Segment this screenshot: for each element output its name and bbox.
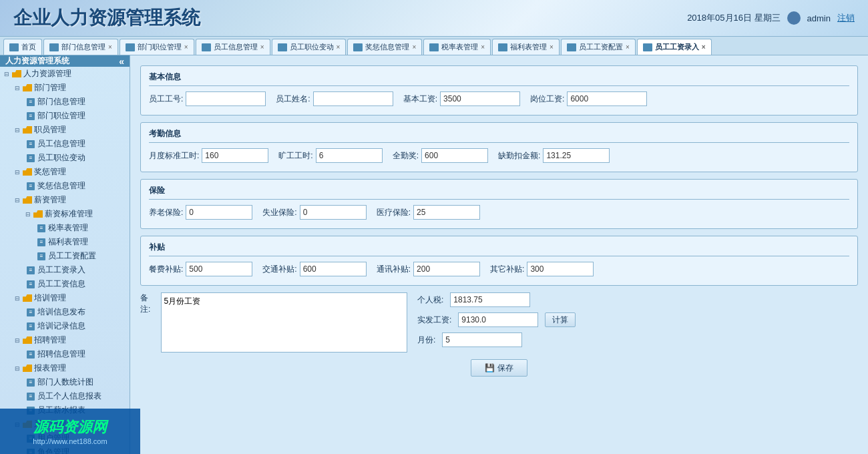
emp-id-input[interactable] bbox=[186, 91, 266, 106]
meal-label: 餐费补贴: bbox=[149, 264, 183, 275]
tree-root[interactable]: ⊟人力资源管理 bbox=[0, 67, 130, 81]
tree-node-薪资管理[interactable]: ⊟薪资管理 bbox=[5, 193, 130, 207]
comm-input[interactable] bbox=[413, 262, 480, 276]
tab-icon bbox=[278, 43, 287, 51]
tax-row: 个人税: bbox=[417, 292, 858, 307]
tree-leaf-招聘信息管理[interactable]: ≡招聘信息管理 bbox=[11, 347, 130, 361]
tree-leaf-员工工资录入[interactable]: ≡员工工资录入 bbox=[11, 263, 130, 277]
tab-员工工资配置[interactable]: 员工工资配置× bbox=[561, 39, 636, 55]
tree-node-职员管理[interactable]: ⊟职员管理 bbox=[5, 123, 130, 137]
logout-link[interactable]: 注销 bbox=[837, 12, 855, 24]
tree-node-奖惩管理[interactable]: ⊟奖惩管理 bbox=[5, 165, 130, 179]
tab-税率表管理[interactable]: 税率表管理× bbox=[423, 39, 491, 55]
full-attend-label: 全勤奖: bbox=[393, 150, 419, 162]
tree-label: 招聘管理 bbox=[34, 334, 66, 346]
pension-input[interactable] bbox=[186, 205, 252, 220]
subsidy-section: 补贴 餐费补贴: 交通补贴: 通讯补贴: 其它补贴: bbox=[140, 236, 858, 286]
tab-close[interactable]: × bbox=[108, 43, 112, 51]
tree-leaf-员工信息管理[interactable]: ≡员工信息管理 bbox=[11, 137, 130, 151]
meal-input[interactable] bbox=[186, 262, 252, 276]
transport-input[interactable] bbox=[300, 262, 367, 276]
tab-首页[interactable]: 首页 bbox=[3, 39, 42, 55]
absent-deduct-input[interactable] bbox=[543, 148, 610, 163]
tree-leaf-员工个人信息报表[interactable]: ≡员工个人信息报表 bbox=[11, 389, 130, 403]
calc-button[interactable]: 计算 bbox=[545, 312, 576, 327]
leaf-label: 员工职位变动 bbox=[37, 152, 85, 164]
tab-close[interactable]: × bbox=[481, 43, 485, 51]
tree-leaf-培训记录信息[interactable]: ≡培训记录信息 bbox=[11, 319, 130, 333]
transport-field: 交通补贴: bbox=[262, 262, 366, 276]
expand-icon: ⊟ bbox=[13, 168, 21, 176]
tab-员工职位变动[interactable]: 员工职位变动× bbox=[272, 39, 347, 55]
tab-福利表管理[interactable]: 福利表管理× bbox=[492, 39, 560, 55]
sidebar-title: 人力资源管理系统 bbox=[5, 55, 69, 67]
notes-textarea[interactable]: 5月份工资 bbox=[161, 292, 407, 353]
tree-node-招聘管理[interactable]: ⊟招聘管理 bbox=[5, 333, 130, 347]
unemployment-input[interactable] bbox=[300, 205, 367, 220]
medical-input[interactable] bbox=[413, 205, 480, 220]
emp-id-field: 员工工号: bbox=[149, 91, 266, 106]
tab-close[interactable]: × bbox=[337, 43, 341, 51]
tab-员工工资录入[interactable]: 员工工资录入× bbox=[637, 39, 712, 55]
expand-icon: ⊟ bbox=[13, 336, 21, 345]
leaf-label: 员工工资录入 bbox=[37, 264, 85, 276]
save-button[interactable]: 💾 保存 bbox=[471, 359, 527, 377]
tab-icon bbox=[49, 43, 59, 51]
tax-input[interactable] bbox=[450, 292, 530, 307]
tree-node-薪资标准管理[interactable]: ⊟薪资标准管理 bbox=[11, 207, 130, 221]
tree-leaf-税率表管理[interactable]: ≡税率表管理 bbox=[16, 221, 130, 235]
leaf-icon: ≡ bbox=[27, 266, 35, 274]
tab-奖惩信息管理[interactable]: 奖惩信息管理× bbox=[347, 39, 422, 55]
tree-label: 薪资管理 bbox=[34, 194, 66, 206]
base-salary-input[interactable] bbox=[440, 91, 520, 106]
tree-label: 培训管理 bbox=[34, 292, 66, 304]
sidebar-collapse[interactable]: « bbox=[119, 56, 124, 67]
tab-label: 部门信息管理 bbox=[61, 42, 105, 52]
absent-hours-input[interactable] bbox=[316, 148, 383, 163]
tab-close[interactable]: × bbox=[702, 43, 706, 51]
tab-部门信息管理[interactable]: 部门信息管理× bbox=[43, 39, 118, 55]
tree-leaf-部门职位管理[interactable]: ≡部门职位管理 bbox=[11, 109, 130, 123]
tree-leaf-福利表管理[interactable]: ≡福利表管理 bbox=[16, 235, 130, 249]
tree-node-培训管理[interactable]: ⊟培训管理 bbox=[5, 291, 130, 305]
comm-label: 通讯补贴: bbox=[377, 264, 411, 275]
leaf-label: 部门人数统计图 bbox=[37, 377, 93, 388]
tree-leaf-员工职位变动[interactable]: ≡员工职位变动 bbox=[11, 151, 130, 165]
tree-leaf-员工工资配置[interactable]: ≡员工工资配置 bbox=[16, 249, 130, 263]
tab-员工信息管理[interactable]: 员工信息管理× bbox=[196, 39, 270, 55]
tab-icon bbox=[202, 43, 211, 51]
net-salary-input[interactable] bbox=[458, 312, 538, 327]
tree-node-报表管理[interactable]: ⊟报表管理 bbox=[5, 361, 130, 375]
tree-leaf-部门人数统计图[interactable]: ≡部门人数统计图 bbox=[11, 375, 130, 389]
other-field: 其它补贴: bbox=[490, 262, 594, 276]
full-attend-input[interactable] bbox=[421, 148, 488, 163]
pension-field: 养老保险: bbox=[149, 205, 252, 220]
leaf-icon: ≡ bbox=[27, 112, 35, 120]
tab-icon bbox=[353, 43, 363, 51]
tab-close[interactable]: × bbox=[412, 43, 416, 51]
month-input[interactable] bbox=[442, 332, 522, 347]
folder-icon bbox=[23, 294, 32, 302]
insurance-section: 保险 养老保险: 失业保险: 医疗保险: bbox=[140, 179, 858, 229]
tab-部门职位管理[interactable]: 部门职位管理× bbox=[120, 39, 194, 55]
tab-close[interactable]: × bbox=[626, 43, 630, 51]
post-salary-input[interactable] bbox=[567, 91, 647, 106]
save-label: 保存 bbox=[497, 363, 513, 374]
other-input[interactable] bbox=[527, 262, 594, 276]
tabbar: 首页部门信息管理×部门职位管理×员工信息管理×员工职位变动×奖惩信息管理×税率表… bbox=[0, 37, 868, 55]
tree-label: 薪资标准管理 bbox=[45, 208, 93, 220]
tree-leaf-培训信息发布[interactable]: ≡培训信息发布 bbox=[11, 305, 130, 319]
tree-node-部门管理[interactable]: ⊟部门管理 bbox=[5, 81, 130, 95]
tab-close[interactable]: × bbox=[550, 43, 554, 51]
tab-close[interactable]: × bbox=[184, 43, 188, 51]
pension-label: 养老保险: bbox=[149, 207, 183, 218]
user-icon bbox=[787, 11, 801, 25]
tab-close[interactable]: × bbox=[260, 43, 264, 51]
std-hours-input[interactable] bbox=[202, 148, 268, 163]
tab-icon bbox=[429, 43, 439, 51]
tree-leaf-奖惩信息管理[interactable]: ≡奖惩信息管理 bbox=[11, 179, 130, 193]
tree-leaf-员工工资信息[interactable]: ≡员工工资信息 bbox=[11, 277, 130, 291]
tree-leaf-部门信息管理[interactable]: ≡部门信息管理 bbox=[11, 95, 130, 109]
emp-name-input[interactable] bbox=[313, 91, 393, 106]
month-row: 月份: bbox=[417, 332, 858, 347]
